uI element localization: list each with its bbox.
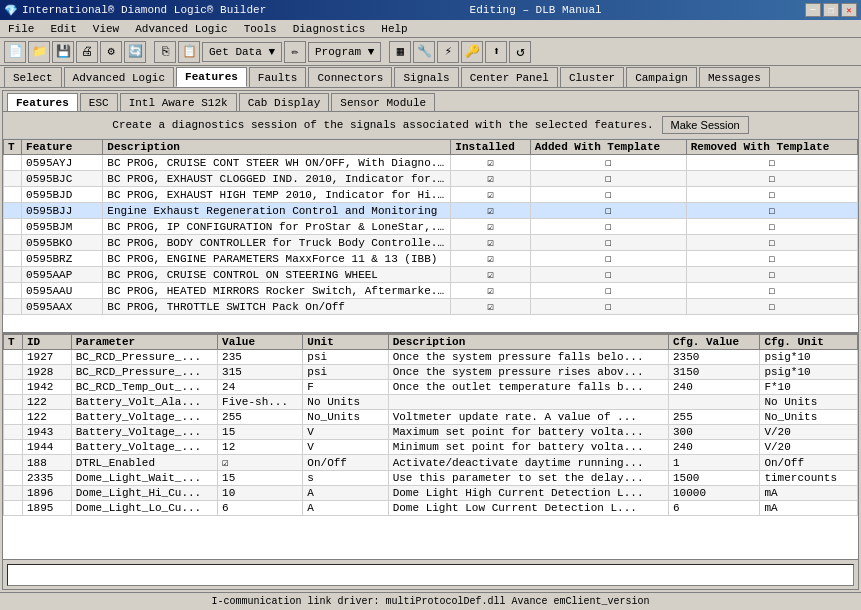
refresh-button[interactable]: 🔄 [124,41,146,63]
param-row[interactable]: 2335 Dome_Light_Wait_... 15 s Use this p… [4,471,858,486]
pcell-parameter: DTRL_Enabled [71,455,217,471]
menu-advanced-logic[interactable]: Advanced Logic [131,23,231,35]
menu-file[interactable]: File [4,23,38,35]
pcell-value: 10 [218,486,303,501]
cell-description: BC PROG, BODY CONTROLLER for Truck Body … [103,235,451,251]
feature-row[interactable]: 0595AAX BC PROG, THROTTLE SWITCH Pack On… [4,299,858,315]
pcell-id: 188 [23,455,72,471]
copy-button[interactable]: ⎘ [154,41,176,63]
sub-tab-esc[interactable]: ESC [80,93,118,111]
feature-row[interactable]: 0595BJM BC PROG, IP CONFIGURATION for Pr… [4,219,858,235]
feature-row[interactable]: 0595BRZ BC PROG, ENGINE PARAMETERS MaxxF… [4,251,858,267]
pcol-t: T [4,335,23,350]
sub-tab-features[interactable]: Features [7,93,78,111]
tab-messages[interactable]: Messages [699,67,770,87]
pcell-cfg-unit: V/20 [760,440,858,455]
param-row[interactable]: 1942 BC_RCD_Temp_Out_... 24 F Once the o… [4,380,858,395]
cell-installed: ☑ [451,283,530,299]
open-button[interactable]: 📁 [28,41,50,63]
menu-tools[interactable]: Tools [240,23,281,35]
menu-view[interactable]: View [89,23,123,35]
param-row[interactable]: 122 Battery_Volt_Ala... Five-sh... No Un… [4,395,858,410]
tab-connectors[interactable]: Connectors [308,67,392,87]
tab-center-panel[interactable]: Center Panel [461,67,558,87]
cell-t [4,155,22,171]
pcell-unit: On/Off [303,455,388,471]
feature-row[interactable]: 0595BKO BC PROG, BODY CONTROLLER for Tru… [4,235,858,251]
bottom-input[interactable] [7,564,854,586]
toolbar: 📄 📁 💾 🖨 ⚙ 🔄 ⎘ 📋 Get Data ▼ ✏ Program ▼ ▦… [0,38,861,66]
feature-row[interactable]: 0595AYJ BC PROG, CRUISE CONT STEER WH ON… [4,155,858,171]
param-row[interactable]: 122 Battery_Voltage_... 255 No_Units Vol… [4,410,858,425]
feature-row[interactable]: 0595AAP BC PROG, CRUISE CONTROL ON STEER… [4,267,858,283]
program-button[interactable]: Program ▼ [308,42,381,62]
sub-tab-cab-display[interactable]: Cab Display [239,93,330,111]
tb-btn3[interactable]: ⚡ [437,41,459,63]
pcell-unit: F [303,380,388,395]
menu-edit[interactable]: Edit [46,23,80,35]
tab-campaign[interactable]: Campaign [626,67,697,87]
get-data-button[interactable]: Get Data ▼ [202,42,282,62]
cell-installed: ☑ [451,219,530,235]
tab-features[interactable]: Features [176,67,247,87]
save-button[interactable]: 💾 [52,41,74,63]
pcell-parameter: BC_RCD_Pressure_... [71,350,217,365]
tb-btn4[interactable]: 🔑 [461,41,483,63]
tab-select[interactable]: Select [4,67,62,87]
sub-tab-intl-aware[interactable]: Intl Aware S12k [120,93,237,111]
cell-installed: ☑ [451,187,530,203]
menu-diagnostics[interactable]: Diagnostics [289,23,370,35]
feature-row[interactable]: 0595BJD BC PROG, EXHAUST HIGH TEMP 2010,… [4,187,858,203]
cell-t [4,267,22,283]
pcell-description: Minimum set point for battery volta... [388,440,668,455]
pcell-id: 1943 [23,425,72,440]
cell-added: ☐ [530,235,686,251]
tb-btn2[interactable]: 🔧 [413,41,435,63]
param-row[interactable]: 1927 BC_RCD_Pressure_... 235 psi Once th… [4,350,858,365]
param-row[interactable]: 1895 Dome_Light_Lo_Cu... 6 A Dome Light … [4,501,858,516]
pcell-cfg-unit: mA [760,486,858,501]
settings-button[interactable]: ⚙ [100,41,122,63]
tab-advanced-logic[interactable]: Advanced Logic [64,67,174,87]
tab-signals[interactable]: Signals [394,67,458,87]
cell-removed: ☐ [686,251,857,267]
pcell-cfg-unit: V/20 [760,425,858,440]
pcell-cfg-unit: On/Off [760,455,858,471]
close-button[interactable]: ✕ [841,3,857,17]
new-button[interactable]: 📄 [4,41,26,63]
paste-button[interactable]: 📋 [178,41,200,63]
feature-row[interactable]: 0595AAU BC PROG, HEATED MIRRORS Rocker S… [4,283,858,299]
tab-faults[interactable]: Faults [249,67,307,87]
pcol-id: ID [23,335,72,350]
print-button[interactable]: 🖨 [76,41,98,63]
pcell-t [4,350,23,365]
param-row[interactable]: 1928 BC_RCD_Pressure_... 315 psi Once th… [4,365,858,380]
pcell-value: Five-sh... [218,395,303,410]
pcell-t [4,410,23,425]
param-row[interactable]: 1944 Battery_Voltage_... 12 V Minimum se… [4,440,858,455]
cell-removed: ☐ [686,171,857,187]
tb-btn6[interactable]: ↺ [509,41,531,63]
feature-row[interactable]: 0595BJC BC PROG, EXHAUST CLOGGED IND. 20… [4,171,858,187]
cell-added: ☐ [530,299,686,315]
maximize-button[interactable]: ❐ [823,3,839,17]
minimize-button[interactable]: — [805,3,821,17]
param-row[interactable]: 1943 Battery_Voltage_... 15 V Maximum se… [4,425,858,440]
cell-added: ☐ [530,251,686,267]
tab-cluster[interactable]: Cluster [560,67,624,87]
menu-help[interactable]: Help [377,23,411,35]
param-row[interactable]: 1896 Dome_Light_Hi_Cu... 10 A Dome Light… [4,486,858,501]
tb-btn5[interactable]: ⬆ [485,41,507,63]
main-tab-bar: Select Advanced Logic Features Faults Co… [0,66,861,88]
param-row[interactable]: 188 DTRL_Enabled ☑ On/Off Activate/deact… [4,455,858,471]
feature-table-scroll[interactable]: T Feature Description Installed Added Wi… [3,139,858,332]
feature-row[interactable]: 0595BJJ Engine Exhaust Regeneration Cont… [4,203,858,219]
cell-description: BC PROG, HEATED MIRRORS Rocker Switch, A… [103,283,451,299]
tb-btn1[interactable]: ▦ [389,41,411,63]
param-table-scroll[interactable]: T ID Parameter Value Unit Description Cf… [3,334,858,559]
pcell-value: 24 [218,380,303,395]
make-session-button[interactable]: Make Session [662,116,749,134]
pcell-parameter: Dome_Light_Wait_... [71,471,217,486]
cell-added: ☐ [530,283,686,299]
sub-tab-sensor-module[interactable]: Sensor Module [331,93,435,111]
